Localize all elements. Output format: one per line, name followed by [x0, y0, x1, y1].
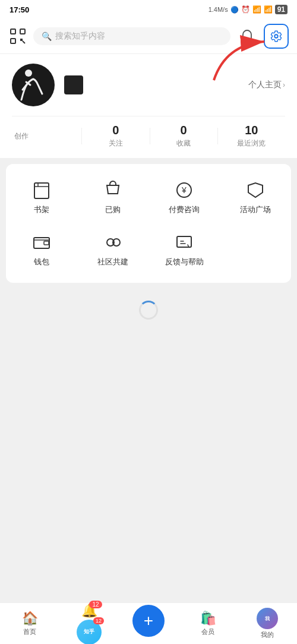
menu-wallet-label: 钱包 — [34, 257, 49, 267]
stat-follow[interactable]: 0 关注 — [82, 124, 149, 149]
svg-rect-9 — [34, 183, 49, 198]
bluetooth-icon: 🔵 — [230, 6, 239, 14]
activity-icon — [245, 179, 266, 201]
stat-recent-label: 最近浏览 — [237, 138, 266, 149]
loading-spinner — [139, 301, 158, 320]
svg-point-7 — [274, 34, 278, 38]
profile-top: 个人主页 › — [12, 64, 285, 106]
svg-rect-4 — [20, 39, 23, 41]
top-nav: 🔍 搜索知乎内容 — [0, 19, 297, 54]
chevron-icon: › — [283, 81, 285, 89]
menu-bookshelf[interactable]: 书架 — [6, 173, 77, 221]
notification-bell-icon[interactable] — [236, 26, 258, 47]
stat-recent-number: 10 — [245, 124, 258, 137]
menu-paid-consult-label: 付费咨询 — [169, 204, 200, 215]
status-icons: 1.4M/s 🔵 ⏰ 📶 📶 91 — [208, 5, 287, 14]
me-avatar-text: 我 — [265, 615, 270, 622]
home-icon: 🏠 — [22, 611, 38, 626]
menu-bookshelf-label: 书架 — [34, 204, 49, 215]
nav-me-label: 我的 — [261, 630, 274, 639]
add-button[interactable]: + — [132, 605, 165, 637]
svg-rect-13 — [44, 241, 49, 245]
me-avatar: 我 — [257, 608, 278, 629]
stat-follow-number: 0 — [112, 124, 119, 137]
search-placeholder: 搜索知乎内容 — [55, 31, 105, 42]
signal-icon: 📶 — [252, 5, 261, 14]
nav-me[interactable]: 我 我的 — [238, 604, 297, 643]
svg-rect-16 — [177, 236, 191, 247]
feedback-icon — [173, 232, 195, 253]
menu-activity-label: 活动广场 — [240, 204, 271, 215]
bookshelf-icon — [31, 179, 52, 201]
community-icon — [102, 232, 124, 253]
profile-section: 个人主页 › 创作 0 关注 0 收藏 10 最近浏览 — [0, 54, 297, 158]
signal-icon-2: 📶 — [264, 5, 273, 14]
status-time: 17:50 — [10, 5, 29, 14]
svg-text:¥: ¥ — [181, 185, 187, 195]
speed-indicator: 1.4M/s — [208, 6, 228, 13]
svg-point-8 — [25, 70, 32, 77]
svg-rect-3 — [11, 39, 15, 43]
svg-rect-12 — [34, 238, 49, 248]
settings-button[interactable] — [264, 24, 289, 49]
stats-row: 创作 0 关注 0 收藏 10 最近浏览 — [12, 116, 285, 158]
nav-notification[interactable]: 🔔 12 知乎 12 — [59, 599, 119, 645]
profile-link[interactable]: 个人主页 › — [248, 80, 285, 90]
menu-row-2: 钱包 社区共建 反馈与帮助 — [6, 223, 291, 276]
battery-icon: 91 — [275, 5, 287, 14]
nav-home[interactable]: 🏠 首页 — [0, 607, 59, 640]
paid-consult-icon: ¥ — [173, 179, 195, 201]
scan-icon[interactable] — [8, 27, 27, 46]
nav-shop[interactable]: 🛍️ 会员 — [178, 607, 238, 640]
menu-community-label: 社区共建 — [97, 257, 128, 267]
wallet-icon — [31, 232, 52, 253]
stat-follow-label: 关注 — [109, 138, 123, 149]
svg-point-6 — [247, 41, 248, 43]
search-icon: 🔍 — [42, 31, 52, 41]
menu-feedback-label: 反馈与帮助 — [165, 257, 204, 267]
status-bar: 17:50 1.4M/s 🔵 ⏰ 📶 📶 91 — [0, 0, 297, 19]
menu-purchased-label: 已购 — [105, 204, 121, 215]
purchased-icon — [102, 179, 124, 201]
menu-activity[interactable]: 活动广场 — [220, 173, 291, 221]
bottom-nav: 🏠 首页 🔔 12 知乎 12 + 🛍️ 会员 我 我的 — [0, 602, 297, 644]
alarm-icon: ⏰ — [241, 5, 250, 14]
username-block — [64, 75, 83, 94]
stat-create[interactable]: 创作 — [12, 131, 81, 141]
menu-community[interactable]: 社区共建 — [77, 226, 148, 273]
notification-badge: 12 — [89, 601, 102, 608]
stat-collect[interactable]: 0 收藏 — [150, 124, 217, 149]
avatar[interactable] — [12, 64, 55, 106]
search-bar[interactable]: 🔍 搜索知乎内容 — [33, 27, 230, 45]
nav-add[interactable]: + — [119, 601, 178, 645]
menu-paid-consult[interactable]: ¥ 付费咨询 — [148, 173, 220, 221]
menu-wallet[interactable]: 钱包 — [6, 226, 77, 273]
plus-icon: + — [144, 613, 153, 629]
nav-shop-label: 会员 — [201, 627, 214, 636]
menu-feedback[interactable]: 反馈与帮助 — [148, 226, 220, 273]
username-row: 个人主页 › — [64, 75, 285, 94]
menu-row-1: 书架 已购 ¥ 付费咨询 — [6, 171, 291, 223]
menu-purchased[interactable]: 已购 — [77, 173, 148, 221]
nav-home-label: 首页 — [23, 627, 36, 636]
svg-line-5 — [23, 41, 25, 43]
stat-recent[interactable]: 10 最近浏览 — [218, 124, 285, 149]
shop-icon: 🛍️ — [200, 611, 216, 626]
menu-section: 书架 已购 ¥ 付费咨询 — [6, 164, 291, 283]
svg-rect-1 — [11, 29, 15, 34]
profile-info: 个人主页 › — [64, 75, 285, 94]
loading-area — [0, 283, 297, 337]
stat-collect-label: 收藏 — [176, 138, 191, 149]
stat-collect-number: 0 — [181, 124, 187, 137]
stat-create-label: 创作 — [14, 131, 29, 141]
svg-rect-2 — [20, 29, 25, 34]
